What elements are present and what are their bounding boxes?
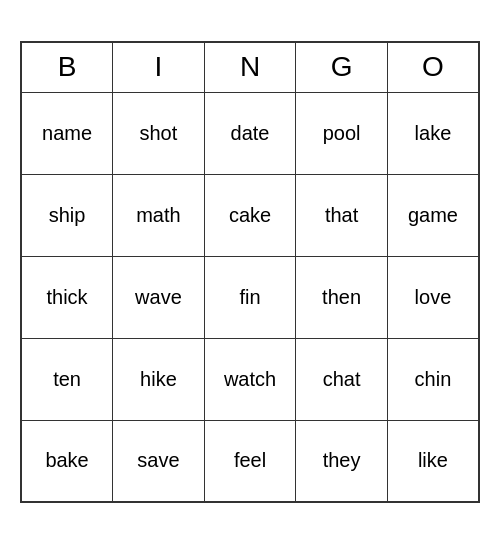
header-letter-b: B: [21, 42, 113, 92]
bingo-cell-0-4: lake: [387, 92, 479, 174]
bingo-cell-1-1: math: [113, 174, 205, 256]
bingo-row-3: tenhikewatchchatchin: [21, 338, 479, 420]
bingo-row-1: shipmathcakethatgame: [21, 174, 479, 256]
header-letter-n: N: [204, 42, 296, 92]
bingo-cell-1-2: cake: [204, 174, 296, 256]
bingo-cell-2-4: love: [387, 256, 479, 338]
bingo-cell-0-2: date: [204, 92, 296, 174]
bingo-cell-3-3: chat: [296, 338, 387, 420]
bingo-header-row: BINGO: [21, 42, 479, 92]
bingo-cell-2-2: fin: [204, 256, 296, 338]
bingo-row-0: nameshotdatepoollake: [21, 92, 479, 174]
bingo-cell-3-2: watch: [204, 338, 296, 420]
header-letter-g: G: [296, 42, 387, 92]
bingo-cell-4-1: save: [113, 420, 205, 502]
bingo-cell-2-0: thick: [21, 256, 113, 338]
bingo-cell-3-4: chin: [387, 338, 479, 420]
bingo-cell-2-1: wave: [113, 256, 205, 338]
header-letter-o: O: [387, 42, 479, 92]
bingo-cell-3-0: ten: [21, 338, 113, 420]
bingo-cell-1-0: ship: [21, 174, 113, 256]
bingo-cell-4-3: they: [296, 420, 387, 502]
bingo-row-2: thickwavefinthenlove: [21, 256, 479, 338]
bingo-cell-3-1: hike: [113, 338, 205, 420]
bingo-card: BINGO nameshotdatepoollakeshipmathcaketh…: [20, 41, 480, 503]
header-letter-i: I: [113, 42, 205, 92]
bingo-row-4: bakesavefeeltheylike: [21, 420, 479, 502]
bingo-cell-0-0: name: [21, 92, 113, 174]
bingo-body: nameshotdatepoollakeshipmathcakethatgame…: [21, 92, 479, 502]
bingo-cell-0-3: pool: [296, 92, 387, 174]
bingo-cell-4-0: bake: [21, 420, 113, 502]
bingo-cell-4-4: like: [387, 420, 479, 502]
bingo-cell-1-4: game: [387, 174, 479, 256]
bingo-cell-4-2: feel: [204, 420, 296, 502]
bingo-cell-0-1: shot: [113, 92, 205, 174]
bingo-cell-2-3: then: [296, 256, 387, 338]
bingo-cell-1-3: that: [296, 174, 387, 256]
